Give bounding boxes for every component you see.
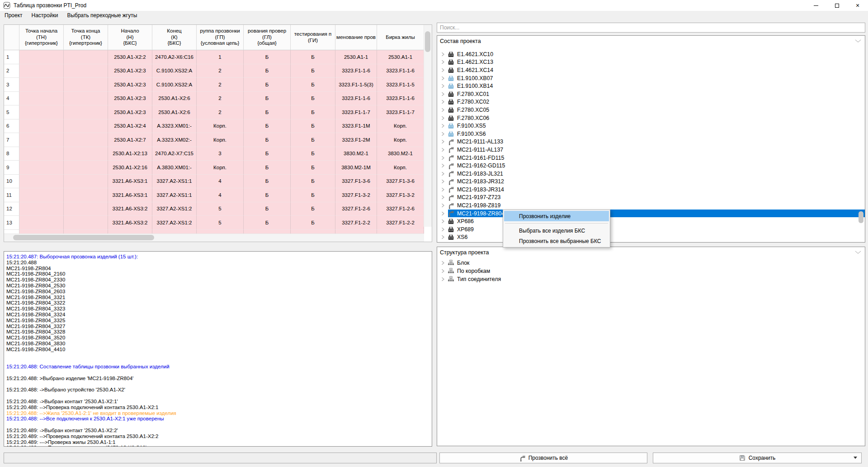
ring-all-button[interactable]: Прозвонить всё (439, 453, 647, 463)
cell[interactable]: 3327.F1-2-2 (335, 216, 377, 230)
row-number-cell[interactable]: 11 (4, 188, 19, 202)
minimize-button[interactable] (806, 0, 826, 11)
cell[interactable]: Б (291, 105, 335, 119)
cell[interactable] (64, 175, 108, 189)
cell[interactable] (64, 188, 108, 202)
chevron-right-icon[interactable] (441, 277, 445, 281)
chevron-right-icon[interactable] (441, 187, 445, 192)
cell[interactable]: Корп. (197, 119, 244, 133)
cell[interactable]: 3323.F1-1M (335, 119, 377, 133)
cell[interactable]: C.9100.XS32:A (152, 64, 197, 78)
cell[interactable] (64, 161, 108, 175)
cell[interactable]: Б (244, 119, 291, 133)
log-panel[interactable]: 15:21:20.487: Выборочная прозвонка издел… (4, 251, 432, 447)
cell[interactable]: 5 (197, 216, 244, 230)
cell[interactable]: A.3830.XM01:- (152, 161, 197, 175)
chevron-right-icon[interactable] (441, 156, 445, 160)
tree-item[interactable]: MC21-9111-AL133 (437, 138, 865, 146)
cell[interactable]: Корп. (377, 133, 424, 147)
row-number-cell[interactable]: 6 (4, 119, 19, 133)
cell[interactable]: 3 (197, 147, 244, 161)
search-input[interactable] (437, 23, 865, 33)
cell[interactable]: 2470.A2-X7:C15 (152, 147, 197, 161)
menu-item[interactable]: Выбрать переходные жгуты (62, 11, 142, 19)
cell[interactable]: 2530.A1-X2:16 (108, 161, 152, 175)
tree-item[interactable]: XP689 (437, 225, 865, 234)
column-header[interactable]: Бирка жилы (377, 25, 424, 50)
tree-item[interactable]: MC21-9197-Z723 (437, 194, 865, 202)
tree-item[interactable]: E1.4621.XC14 (437, 66, 865, 74)
column-header[interactable]: менование пров (335, 25, 377, 50)
cell[interactable]: Корп. (377, 161, 424, 175)
scrollbar-thumb[interactable] (425, 31, 430, 52)
cell[interactable] (19, 147, 64, 161)
chevron-right-icon[interactable] (441, 68, 445, 72)
cell[interactable]: 3323.F1-1-6 (335, 64, 377, 78)
cell[interactable]: Б (244, 147, 291, 161)
cell[interactable]: 2530.A1-X2:6 (152, 92, 197, 106)
cell[interactable]: 2530.A1-X2:3 (108, 105, 152, 119)
row-number-cell[interactable]: 10 (4, 175, 19, 189)
table-row[interactable]: 22530.A1-X2:3C.9100.XS32:A2ББ3323.F1-1-6… (4, 64, 424, 78)
tree-item[interactable]: F.9100.XS5 (437, 122, 865, 130)
table-row[interactable]: 32530.A1-X2:3C.9100.XS32:A2ББ3323.F1-1-5… (4, 78, 424, 92)
cell[interactable]: 5 (197, 202, 244, 216)
table-row[interactable]: 103321.A6-XS3:13327.A2-XS1:14ББ3327.F1-3… (4, 175, 424, 189)
cell[interactable]: 2 (197, 78, 244, 92)
tree-item[interactable]: F.2780.XC05 (437, 106, 865, 114)
row-number-cell[interactable]: 4 (4, 92, 19, 106)
context-menu-item[interactable]: Прозвонить изделие (504, 211, 609, 221)
chevron-right-icon[interactable] (441, 132, 445, 136)
scrollbar-thumb[interactable] (13, 235, 154, 240)
cell[interactable]: 3323.F1-1-5 (377, 78, 424, 92)
chevron-right-icon[interactable] (441, 269, 445, 273)
cell[interactable]: Корп. (197, 161, 244, 175)
cell[interactable]: 3323.F1-1-7 (335, 105, 377, 119)
cell[interactable]: A.3323.XM02:- (152, 133, 197, 147)
tree-item[interactable]: E1.4621.XC10 (437, 50, 865, 58)
cell[interactable]: Б (291, 92, 335, 106)
table-row[interactable]: 72530.A1-X2:7A.3323.XM02:-Корп.ББ3323.F1… (4, 133, 424, 147)
cell[interactable]: 3323.F1-1-5(3) (335, 78, 377, 92)
chevron-right-icon[interactable] (441, 227, 445, 232)
chevron-right-icon[interactable] (441, 219, 445, 224)
vertical-scrollbar[interactable] (424, 25, 432, 227)
cell[interactable]: 4 (197, 175, 244, 189)
cell[interactable] (64, 64, 108, 78)
cell[interactable]: Б (291, 188, 335, 202)
chevron-right-icon[interactable] (441, 124, 445, 128)
tree-item[interactable]: MC21-9183-JL321 (437, 170, 865, 178)
tree-item[interactable]: Тип соединителя (437, 275, 865, 283)
cell[interactable]: 3321.A6-XS3:2 (108, 216, 152, 230)
tree-item[interactable]: F.9100.XS6 (437, 130, 865, 138)
cell[interactable]: 2530.A1-1 (335, 50, 377, 64)
chevron-right-icon[interactable] (441, 76, 445, 81)
cell[interactable]: Б (291, 202, 335, 216)
cell[interactable] (64, 105, 108, 119)
cell[interactable]: 3830.M2-1 (377, 147, 424, 161)
cell[interactable] (64, 216, 108, 230)
cell[interactable]: 2530.A1-X2:13 (108, 147, 152, 161)
collapse-chevron-icon[interactable] (855, 249, 861, 255)
cell[interactable]: 2530.A1-X2:2 (108, 50, 152, 64)
cell[interactable]: Б (291, 133, 335, 147)
tree-item[interactable]: MC21-9198-Z819 (437, 201, 865, 210)
cell[interactable] (19, 64, 64, 78)
cell[interactable]: 2530.A1-X2:3 (108, 64, 152, 78)
table-row[interactable]: 92530.A1-X2:16A.3830.XM01:-Корп.ББ3830.M… (4, 161, 424, 175)
maximize-button[interactable] (826, 0, 847, 11)
cell[interactable] (64, 133, 108, 147)
cell[interactable]: 3327.A2-XS1:1 (152, 175, 197, 189)
save-button[interactable]: Сохранить (653, 453, 862, 463)
chevron-right-icon[interactable] (441, 116, 445, 120)
cell[interactable]: 2530.A1-X2:3 (108, 92, 152, 106)
table-row[interactable]: 12530.A1-X2:22470.A2-X6:C161ББ2530.A1-12… (4, 50, 424, 64)
cell[interactable]: Б (244, 216, 291, 230)
cell[interactable]: 3321.A6-XS3:1 (108, 188, 152, 202)
cell[interactable]: 3327.F1-3-6 (335, 175, 377, 189)
row-number-cell[interactable]: 7 (4, 133, 19, 147)
cell[interactable]: 3327.F1-2-6 (377, 202, 424, 216)
cell[interactable]: 3327.A2-XS1:1 (152, 188, 197, 202)
row-number-cell[interactable]: 9 (4, 161, 19, 175)
cell[interactable] (19, 133, 64, 147)
